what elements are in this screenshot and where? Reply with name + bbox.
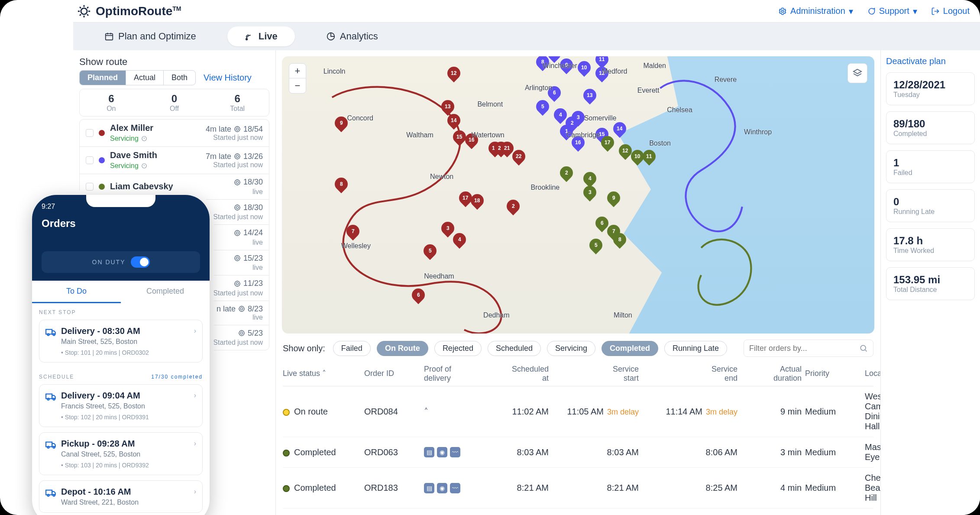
svg-point-16 (236, 232, 238, 234)
column-header[interactable]: Servicestart (552, 365, 639, 382)
zoom-in-button[interactable]: + (289, 64, 306, 78)
filter-chip-scheduled[interactable]: Scheduled (488, 341, 541, 356)
column-header[interactable]: Scheduledat (479, 365, 549, 382)
filter-chip-completed[interactable]: Completed (602, 341, 658, 356)
map-pin[interactable]: 7 (346, 225, 359, 242)
driver-checkbox[interactable] (86, 156, 94, 164)
svg-point-0 (81, 8, 87, 14)
cell-live-status: On route (283, 407, 361, 417)
map-pin[interactable]: 5 (536, 100, 549, 117)
map-pin[interactable]: 6 (595, 217, 608, 234)
driver-row[interactable]: Dave Smith Servicing 7m late 13/26 Start… (80, 146, 269, 174)
column-header[interactable]: Serviceend (642, 365, 737, 382)
filter-chip-rejected[interactable]: Rejected (434, 341, 482, 356)
map-pin[interactable]: 15 (453, 130, 466, 148)
column-header[interactable]: Priority (805, 369, 861, 378)
filter-chip-running-late[interactable]: Running Late (664, 341, 727, 356)
map-pin[interactable]: 17 (601, 136, 614, 153)
map-pin[interactable]: 9 (607, 191, 620, 209)
column-header[interactable]: Proof ofdelivery (424, 365, 476, 382)
route-mode-planned[interactable]: Planned (80, 71, 126, 85)
map-pin[interactable]: 5 (589, 239, 602, 256)
tab-plan[interactable]: Plan and Optimize (87, 26, 213, 46)
cell-priority: Medium (805, 407, 861, 417)
filter-chip-servicing[interactable]: Servicing (547, 341, 595, 356)
map-pin[interactable]: 3 (583, 186, 596, 203)
driver-status: Servicing (110, 135, 147, 143)
order-search-input[interactable] (749, 344, 859, 353)
order-row[interactable]: Completed ORD096 ▤◉〰 8:28 AM 8:30 AM2m d… (283, 509, 873, 515)
svg-point-6 (235, 126, 240, 132)
driver-checkbox[interactable] (86, 183, 94, 191)
map-pin[interactable]: 12 (447, 67, 460, 84)
column-header[interactable]: Live status ˄ (283, 369, 361, 378)
map-pin[interactable]: 3 (572, 111, 585, 128)
chevron-right-icon: › (194, 440, 196, 447)
phone-stop-card[interactable]: › Pickup - 09:28 AMCanal Street, 525, Bo… (39, 432, 203, 475)
city-label: Winchester (543, 62, 577, 70)
city-label: Boston (649, 139, 671, 147)
map-pin[interactable]: 18 (471, 194, 484, 211)
route-mode-both[interactable]: Both (164, 71, 195, 85)
map-pin[interactable]: 14 (447, 114, 460, 131)
filter-chip-on-route[interactable]: On Route (377, 341, 428, 356)
phone-stop-card[interactable]: › Delivery - 09:04 AMFrancis Street, 525… (39, 384, 203, 427)
orders-table: Live status ˄Order IDProof ofdeliverySch… (276, 361, 880, 515)
cell-scheduled: 11:02 AM (479, 407, 549, 417)
layers-button[interactable] (847, 63, 867, 83)
support-menu[interactable]: Support ▾ (867, 6, 917, 16)
zoom-out-button[interactable]: − (289, 78, 306, 93)
order-search[interactable] (744, 340, 873, 357)
map-pin[interactable]: 12 (619, 144, 632, 162)
map-pin[interactable]: 3 (441, 222, 454, 239)
cell-order-id: ORD183 (364, 483, 420, 493)
map-pin[interactable]: 14 (613, 122, 626, 139)
svg-point-18 (236, 257, 238, 259)
total-total: 6Total (206, 89, 269, 116)
map-pin[interactable]: 4 (554, 108, 567, 126)
phone-tab-todo[interactable]: To Do (32, 281, 121, 303)
map-pin[interactable]: 11 (643, 150, 656, 167)
map-pin[interactable]: 2 (507, 200, 520, 217)
map-pin[interactable]: 6 (412, 288, 425, 306)
map-pin[interactable]: 13 (583, 89, 596, 106)
map-pin[interactable]: 4 (453, 233, 466, 250)
phone-next-stop-card[interactable]: › Delivery - 08:30 AM Main Street, 525, … (39, 320, 203, 363)
map-pin[interactable]: 8 (335, 178, 348, 195)
svg-point-24 (240, 332, 243, 334)
tab-live[interactable]: Live (227, 26, 295, 46)
phone-stop-card[interactable]: › Depot - 10:16 AMWard Street, 221, Bost… (39, 480, 203, 513)
cell-location: West Campus Dining Hall (865, 392, 880, 431)
tab-analytics[interactable]: Analytics (309, 26, 395, 46)
map-pin[interactable]: 22 (512, 150, 525, 167)
column-header[interactable]: Order ID (364, 369, 420, 378)
column-header[interactable]: Actualduration (741, 365, 802, 382)
phone-tab-completed[interactable]: Completed (121, 281, 210, 303)
map-pin[interactable]: 21 (501, 142, 514, 159)
route-mode-actual[interactable]: Actual (126, 71, 164, 85)
order-row[interactable]: Completed ORD183 ▤◉〰 8:21 AM 8:21 AM 8:2… (283, 468, 873, 509)
chat-icon (867, 7, 876, 16)
svg-rect-2 (106, 34, 113, 40)
administration-menu[interactable]: Administration ▾ (778, 6, 853, 16)
view-history-link[interactable]: View History (204, 73, 252, 83)
map-pin[interactable]: 9 (335, 117, 348, 134)
on-duty-toggle[interactable]: ON DUTY (42, 251, 200, 273)
map-pin[interactable]: 5 (424, 244, 437, 262)
order-row[interactable]: Completed ORD063 ▤◉〰 8:03 AM 8:03 AM 8:0… (283, 437, 873, 468)
map-pin[interactable]: 10 (578, 61, 591, 78)
map[interactable]: 1291314815161920212217182734568791011121… (282, 56, 874, 334)
driver-row[interactable]: Alex Miller Servicing 4m late 18/54 Star… (80, 120, 269, 146)
order-row[interactable]: On route ORD084 ˄ 11:02 AM 11:05 AM3m de… (283, 386, 873, 437)
filter-chip-failed[interactable]: Failed (333, 341, 371, 356)
column-header[interactable]: Location (865, 369, 880, 378)
cell-scheduled: 8:03 AM (479, 447, 549, 457)
driver-checkbox[interactable] (86, 129, 94, 137)
map-pin[interactable]: 8 (613, 233, 626, 250)
map-pin[interactable]: 2 (560, 166, 573, 184)
map-pin[interactable]: 10 (631, 150, 644, 167)
driver-progress: 18/30 (234, 203, 263, 212)
city-label: Watertown (472, 131, 505, 139)
deactivate-plan-link[interactable]: Deactivate plan (886, 56, 975, 66)
logout-link[interactable]: Logout (931, 6, 970, 16)
